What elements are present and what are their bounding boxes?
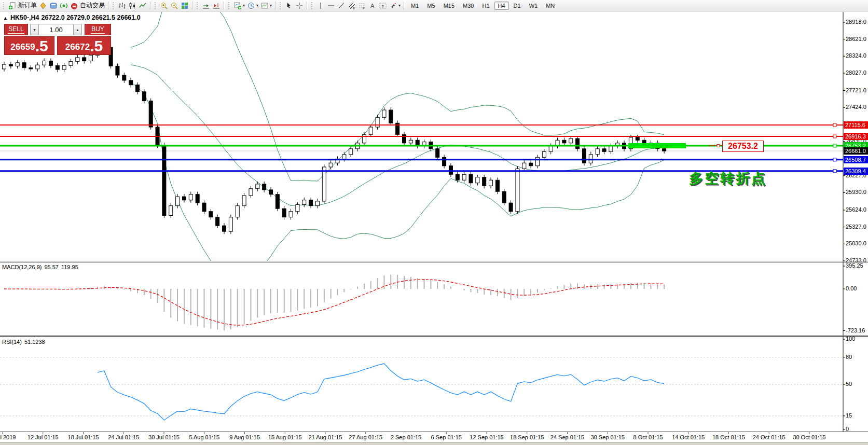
timeframe-m15[interactable]: M15: [440, 2, 458, 10]
tile-windows-button[interactable]: [180, 1, 190, 11]
timeframe-m30[interactable]: M30: [459, 2, 477, 10]
buy-price-display[interactable]: 26672.5: [57, 36, 111, 55]
time-axis-label[interactable]: 5 Aug 01:15: [189, 434, 219, 440]
resistance-line-2-label: 26916.3: [844, 133, 868, 140]
timeframe-m5[interactable]: M5: [423, 2, 438, 10]
market-watch-button[interactable]: [38, 1, 48, 11]
svg-text:E: E: [353, 7, 355, 10]
time-axis-label[interactable]: 24 Jul 01:15: [108, 434, 139, 440]
rsi-label: RSI(14)51.1238: [2, 339, 48, 345]
chart-shift-button[interactable]: [211, 1, 222, 11]
buy-price: 26672: [65, 40, 90, 54]
fibonacci-icon: F: [358, 2, 366, 10]
price-axis-tick: 28027.0: [846, 69, 866, 76]
navigator-icon: [49, 2, 58, 10]
arrows-button[interactable]: ▾: [388, 1, 402, 11]
timeframe-h1[interactable]: H1: [478, 2, 493, 10]
timeframe-d1[interactable]: D1: [510, 2, 525, 10]
volume-increase-button[interactable]: ▲: [73, 24, 82, 35]
time-axis-label[interactable]: 3 Jul 2019: [0, 434, 16, 440]
auto-scroll-button[interactable]: [201, 1, 211, 11]
time-axis-label[interactable]: 21 Aug 01:15: [309, 434, 342, 440]
toolbar-separator: [224, 2, 225, 9]
rsi-name: RSI(14): [2, 339, 22, 345]
time-axis-label[interactable]: 30 Sep 01:15: [591, 434, 625, 440]
crosshair-button[interactable]: [294, 1, 305, 11]
time-axis-label[interactable]: 6 Sep 01:15: [431, 434, 462, 440]
clock-button[interactable]: ▾: [246, 1, 259, 11]
trendline-button[interactable]: [336, 1, 347, 11]
toolbar-grip: [280, 2, 282, 9]
bars-chart-button[interactable]: [117, 1, 127, 11]
timeframe-mn[interactable]: MN: [542, 2, 558, 10]
time-axis-label[interactable]: 27 Aug 01:15: [349, 434, 382, 440]
candlestick-chart-button[interactable]: [127, 1, 137, 11]
new-order-icon: [8, 2, 17, 10]
timeframe-m1[interactable]: M1: [407, 2, 422, 10]
timeframe-h4[interactable]: H4: [494, 2, 509, 10]
toolbar-separator: [275, 2, 276, 9]
time-axis-label[interactable]: 14 Oct 01:15: [672, 434, 705, 440]
equidistant-channel-button[interactable]: E: [347, 1, 357, 11]
navigator-button[interactable]: [48, 1, 59, 11]
toolbar-separator: [150, 2, 151, 9]
price-axis-tick: 28621.0: [846, 36, 866, 42]
time-axis-label[interactable]: 24 Oct 01:15: [753, 434, 786, 440]
cursor-button[interactable]: [284, 1, 294, 11]
horizontal-line-button[interactable]: [326, 1, 336, 11]
volume-decrease-button[interactable]: ▼: [30, 24, 39, 35]
signals-button[interactable]: [59, 1, 69, 11]
sell-price-display[interactable]: 26659.5: [4, 36, 54, 55]
chart-template-button[interactable]: ▾: [259, 1, 273, 11]
zoom-out-button[interactable]: [169, 1, 180, 11]
toolbar-button-label: 新订单: [18, 1, 37, 10]
zoom-in-button[interactable]: [159, 1, 169, 11]
text-label-button[interactable]: T: [378, 1, 388, 11]
mt4-window: 新订单自动交易▾▾▾EFAT▾M1M5M15M30H1H4D1W1MN ▲HK5…: [0, 0, 868, 445]
annotation-text[interactable]: 多空转折点: [689, 169, 767, 188]
vertical-line-button[interactable]: [315, 1, 326, 11]
time-axis-label[interactable]: 8 Oct 01:15: [633, 434, 663, 440]
time-axis-label[interactable]: 18 Jul 01:15: [68, 434, 99, 440]
autotrading-button[interactable]: 自动交易: [69, 1, 106, 11]
macd-main-value: 95.57: [44, 264, 59, 270]
fibonacci-button[interactable]: F: [357, 1, 367, 11]
timeframe-w1[interactable]: W1: [526, 2, 542, 10]
sell-button[interactable]: SELL: [4, 24, 28, 35]
toolbar-separator: [404, 2, 405, 9]
chart-template-icon: [260, 2, 269, 10]
rsi-axis-tick: 15: [846, 412, 852, 419]
new-order-button[interactable]: 新订单: [7, 1, 38, 11]
time-axis-label[interactable]: 12 Jul 01:15: [27, 434, 59, 440]
text-button[interactable]: A: [367, 1, 378, 11]
new-chart-button[interactable]: ▾: [232, 1, 246, 11]
svg-text:T: T: [382, 4, 384, 8]
support-line-1-label: 26508.7: [844, 156, 868, 163]
volume-input[interactable]: 1.00: [39, 24, 73, 35]
rsi-axis-tick: 0: [846, 426, 849, 432]
buy-button[interactable]: BUY: [85, 24, 111, 35]
macd-name: MACD(12,26,9): [2, 264, 42, 270]
chevron-down-icon: ▾: [256, 3, 258, 8]
time-axis-label[interactable]: 18 Oct 01:15: [712, 434, 745, 440]
toolbar-grip: [311, 2, 314, 9]
buy-button-label: BUY: [91, 25, 105, 34]
rsi-axis-tick: 100: [846, 336, 855, 342]
price-callout[interactable]: 26753.2: [722, 141, 764, 152]
buy-price-fraction: .5: [90, 38, 103, 54]
collapse-panel-icon[interactable]: ▲: [3, 16, 8, 21]
price-axis-tick: 25327.0: [846, 224, 866, 230]
time-axis-label[interactable]: 30 Jul 01:15: [148, 434, 180, 440]
macd-signal-value: 119.95: [61, 264, 78, 270]
time-axis-label[interactable]: 30 Oct 01:15: [793, 434, 826, 440]
auto-scroll-icon: [202, 2, 210, 10]
time-axis-label[interactable]: 2 Sep 01:15: [391, 434, 421, 440]
window-bottom-edge: [0, 442, 868, 445]
chart-canvas[interactable]: [0, 0, 868, 445]
time-axis-label[interactable]: 15 Aug 01:15: [268, 434, 302, 440]
time-axis-label[interactable]: 18 Sep 01:15: [510, 434, 544, 440]
line-chart-button[interactable]: [137, 1, 148, 11]
time-axis-label[interactable]: 12 Sep 01:15: [470, 434, 503, 440]
time-axis-label[interactable]: 9 Aug 01:15: [229, 434, 260, 440]
time-axis-label[interactable]: 24 Sep 01:15: [550, 434, 584, 440]
